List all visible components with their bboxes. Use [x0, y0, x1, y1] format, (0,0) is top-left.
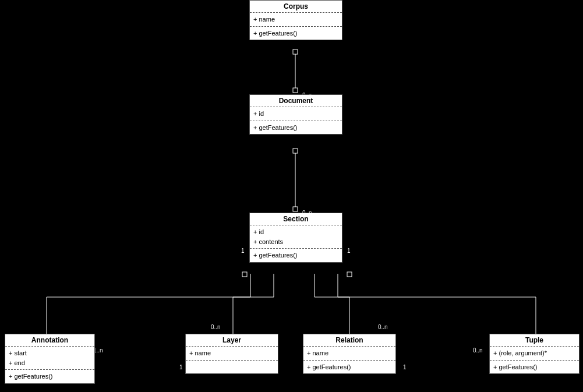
tuple-class-header: Tuple — [490, 334, 579, 347]
multiplicity-layer: 0..n — [211, 324, 221, 330]
svg-rect-14 — [293, 50, 298, 54]
document-class-header: Document — [250, 95, 342, 107]
annotation-class: Annotation + start+ end + getFeatures() — [5, 334, 95, 384]
layer-methods — [186, 361, 278, 374]
layer-attributes: + name — [186, 347, 278, 361]
svg-rect-15 — [293, 88, 298, 93]
svg-rect-17 — [293, 207, 298, 211]
document-class: Document + id + getFeatures() — [249, 94, 342, 135]
tuple-attributes: + (role, argument)* — [490, 347, 579, 361]
layer-class: Layer + name — [185, 334, 278, 374]
section-attributes: + id+ contents — [250, 225, 342, 249]
corpus-class-header: Corpus — [250, 1, 342, 13]
svg-rect-19 — [347, 272, 352, 277]
annotation-attributes: + start+ end — [5, 347, 94, 370]
corpus-attributes: + name — [250, 13, 342, 27]
corpus-methods: + getFeatures() — [250, 27, 342, 40]
relation-class-header: Relation — [303, 334, 395, 347]
svg-rect-18 — [242, 272, 247, 277]
document-methods: + getFeatures() — [250, 121, 342, 135]
multiplicity-section-right: 1 — [347, 248, 351, 254]
annotation-methods: + getFeatures() — [5, 370, 94, 383]
section-class: Section + id+ contents + getFeatures() — [249, 213, 342, 263]
diagram-container: 0..n 0..n 1..n 1 1 0..n 1 0..n 1 0..n Co… — [0, 0, 583, 392]
svg-rect-16 — [293, 149, 298, 153]
relation-methods: + getFeatures() — [303, 361, 395, 374]
relation-class: Relation + name + getFeatures() — [303, 334, 396, 374]
tuple-class: Tuple + (role, argument)* + getFeatures(… — [489, 334, 580, 374]
layer-class-header: Layer — [186, 334, 278, 347]
multiplicity-section-left: 1 — [241, 248, 245, 254]
annotation-class-header: Annotation — [5, 334, 94, 347]
section-class-header: Section — [250, 213, 342, 225]
document-attributes: + id — [250, 107, 342, 121]
multiplicity-tuple: 0..n — [473, 347, 483, 354]
section-methods: + getFeatures() — [250, 249, 342, 262]
corpus-class: Corpus + name + getFeatures() — [249, 0, 342, 40]
relation-attributes: + name — [303, 347, 395, 361]
tuple-methods: + getFeatures() — [490, 361, 579, 374]
multiplicity-relation-bottom: 1 — [403, 364, 407, 370]
multiplicity-layer-bottom: 1 — [179, 364, 183, 370]
multiplicity-relation: 0..n — [378, 324, 388, 330]
